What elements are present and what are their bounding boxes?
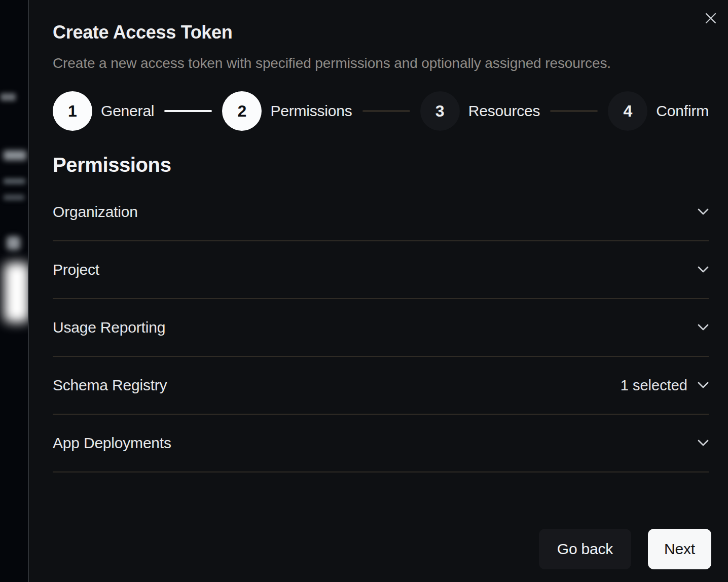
step-number: 3 — [435, 102, 445, 121]
permission-section-label: Project — [53, 261, 99, 278]
permission-section-label: App Deployments — [53, 434, 171, 452]
close-button[interactable] — [703, 11, 718, 26]
blurred-background-button — [4, 263, 29, 322]
step-number-circle: 2 — [222, 91, 262, 131]
chevron-down-icon[interactable] — [698, 266, 709, 273]
blurred-background-text — [1, 93, 16, 101]
step-number: 2 — [238, 102, 247, 121]
permission-section-controls: 1 selected — [621, 377, 709, 394]
permission-section-row-usage-reporting[interactable]: Usage Reporting — [53, 299, 709, 357]
stepper-connector-line — [164, 110, 212, 112]
stepper-connector-line — [550, 110, 598, 112]
permission-section-row-project[interactable]: Project — [53, 241, 709, 299]
permission-section-row-organization[interactable]: Organization — [53, 184, 709, 241]
next-button[interactable]: Next — [648, 529, 711, 569]
permission-sections-list: Organization Project Usage Reporting Sch… — [53, 184, 709, 472]
permission-section-row-schema-registry[interactable]: Schema Registry 1 selected — [53, 357, 709, 415]
chevron-down-icon[interactable] — [698, 208, 709, 215]
permission-section-row-app-deployments[interactable]: App Deployments — [53, 415, 709, 472]
modal-title: Create Access Token — [53, 21, 709, 44]
permissions-heading: Permissions — [53, 153, 709, 176]
close-icon — [705, 13, 716, 24]
modal-footer: Go back Next — [539, 529, 711, 569]
step-label: Resources — [468, 102, 540, 120]
stepper-connector-line — [362, 110, 410, 112]
stepper-step-confirm[interactable]: 4 Confirm — [608, 91, 709, 131]
chevron-down-icon[interactable] — [698, 382, 709, 389]
step-number-circle: 4 — [608, 91, 647, 131]
blurred-background-text — [4, 195, 24, 200]
blurred-background-icon — [7, 236, 20, 250]
wizard-stepper: 1 General 2 Permissions 3 Resources 4 Co… — [53, 91, 709, 131]
chevron-down-icon[interactable] — [698, 440, 709, 447]
permission-section-controls — [698, 208, 709, 215]
go-back-button[interactable]: Go back — [539, 529, 631, 569]
modal-subtitle: Create a new access token with specified… — [53, 55, 709, 72]
stepper-step-general[interactable]: 1 General — [53, 91, 154, 131]
step-label: Permissions — [270, 102, 352, 120]
blurred-background-text — [4, 151, 26, 160]
background-page-strip — [0, 0, 29, 582]
chevron-down-icon[interactable] — [698, 324, 709, 331]
blurred-background-text — [4, 178, 25, 184]
permission-section-controls — [698, 324, 709, 331]
step-number: 1 — [68, 102, 77, 121]
step-label: Confirm — [656, 102, 709, 120]
permission-section-label: Organization — [53, 203, 138, 221]
stepper-step-resources[interactable]: 3 Resources — [420, 91, 540, 131]
permission-section-controls — [698, 440, 709, 447]
permission-section-label: Schema Registry — [53, 377, 167, 394]
permission-section-controls — [698, 266, 709, 273]
step-label: General — [101, 102, 154, 120]
step-number-circle: 1 — [53, 91, 92, 131]
step-number: 4 — [623, 102, 632, 121]
step-number-circle: 3 — [420, 91, 460, 131]
create-access-token-modal: Create Access Token Create a new access … — [28, 0, 728, 582]
permission-section-label: Usage Reporting — [53, 319, 165, 336]
stepper-step-permissions[interactable]: 2 Permissions — [222, 91, 352, 131]
selected-count-badge: 1 selected — [621, 377, 687, 394]
